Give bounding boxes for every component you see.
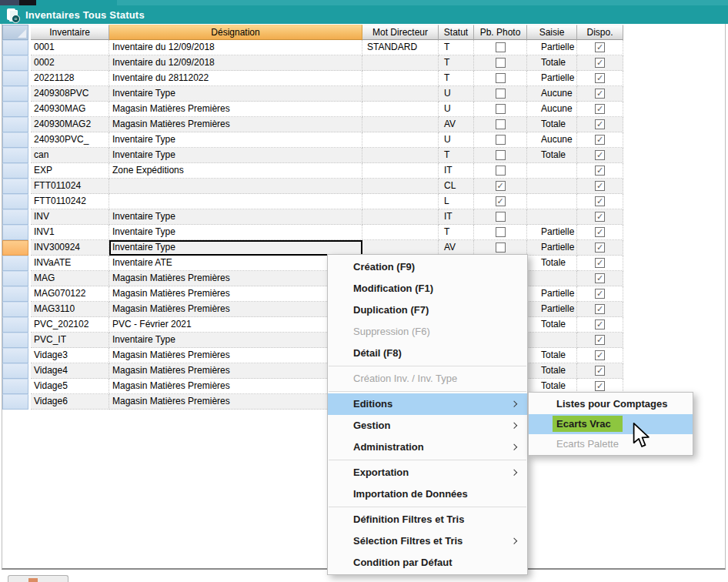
cell-designation[interactable]: Magasin Matières Premières [109, 271, 362, 286]
pb-photo-checkbox[interactable] [496, 181, 506, 191]
cell-dispo[interactable] [577, 102, 623, 117]
cell-dispo[interactable] [577, 225, 623, 240]
cell-mot-directeur[interactable] [362, 132, 439, 148]
pb-photo-checkbox[interactable] [496, 73, 506, 83]
cell-dispo[interactable] [577, 363, 623, 379]
cell-inventaire[interactable]: 20221128 [31, 71, 109, 86]
row-selector[interactable] [2, 271, 28, 286]
cell-saisie[interactable]: Totale [527, 363, 577, 379]
cell-designation[interactable]: Zone Expéditions [109, 163, 362, 179]
pb-photo-checkbox[interactable] [496, 135, 506, 145]
cell-statut[interactable]: AV [439, 117, 474, 132]
cell-inventaire[interactable]: MAG3110 [31, 302, 109, 317]
cell-saisie[interactable]: Totale [527, 117, 577, 132]
dispo-checkbox[interactable] [595, 366, 605, 376]
pb-photo-checkbox[interactable] [496, 104, 506, 114]
cell-designation[interactable]: Magasin Matières Premières [109, 394, 362, 410]
cell-inventaire[interactable]: INV300924 [31, 240, 109, 256]
cell-inventaire[interactable]: can [31, 148, 109, 163]
cell-designation[interactable] [109, 194, 362, 209]
cell-pb-photo[interactable] [474, 55, 527, 71]
cell-designation[interactable]: Magasin Matières Premières [109, 286, 362, 302]
cell-designation[interactable]: PVC - Février 2021 [109, 317, 362, 333]
column-header-dispo[interactable]: Dispo. [577, 25, 623, 40]
cell-designation[interactable]: Inventaire ATE [109, 256, 362, 271]
cell-pb-photo[interactable] [474, 209, 527, 225]
cell-pb-photo[interactable] [474, 117, 527, 132]
cell-saisie[interactable]: Partielle [527, 286, 577, 302]
cell-dispo[interactable] [577, 132, 623, 148]
row-selector[interactable] [2, 86, 28, 102]
cell-statut[interactable]: L [439, 194, 474, 209]
submenu-item-listes-pour-comptages[interactable]: Listes pour Comptages [529, 394, 693, 414]
row-selector[interactable] [2, 333, 28, 348]
cell-saisie[interactable]: Partielle [527, 240, 577, 256]
menu-item-selection-filtres-et-tris[interactable]: Sélection Filtres et Tris [328, 530, 527, 552]
cell-saisie[interactable]: Partielle [527, 40, 577, 55]
cell-statut[interactable]: CL [439, 179, 474, 194]
cell-designation[interactable]: Magasin Matières Premières [109, 348, 362, 363]
dispo-checkbox[interactable] [595, 242, 605, 253]
row-selector[interactable] [2, 363, 28, 379]
dispo-checkbox[interactable] [595, 212, 605, 222]
cell-inventaire[interactable]: Vidage6 [31, 394, 109, 410]
cell-pb-photo[interactable] [474, 194, 527, 209]
menu-item-exportation[interactable]: Exportation [328, 462, 527, 483]
dispo-checkbox[interactable] [595, 273, 605, 283]
row-selector[interactable] [2, 317, 28, 333]
cell-dispo[interactable] [577, 209, 623, 225]
menu-item-creation-f9[interactable]: Création (F9) [328, 256, 527, 278]
cell-mot-directeur[interactable]: STANDARD [362, 40, 439, 55]
cell-saisie[interactable]: Totale [527, 348, 577, 363]
row-selector[interactable] [2, 117, 28, 132]
menu-item-administration[interactable]: Administration [328, 436, 527, 458]
cell-mot-directeur[interactable] [362, 209, 439, 225]
cell-statut[interactable]: IT [439, 163, 474, 179]
column-header-saisie[interactable]: Saisie [527, 25, 577, 40]
cell-dispo[interactable] [577, 286, 623, 302]
menu-item-duplication-f7[interactable]: Duplication (F7) [328, 299, 527, 321]
menu-item-detail-f8[interactable]: Détail (F8) [328, 343, 527, 364]
menu-item-editions[interactable]: Editions [328, 393, 527, 415]
dispo-checkbox[interactable] [595, 196, 605, 206]
cell-designation[interactable]: Magasin Matières Premières [109, 117, 362, 132]
cell-dispo[interactable] [577, 302, 623, 317]
menu-item-definition-filtres-et-tris[interactable]: Définition Filtres et Tris [328, 509, 527, 530]
cell-dispo[interactable] [577, 71, 623, 86]
cell-inventaire[interactable]: Vidage3 [31, 348, 109, 363]
row-selector[interactable] [2, 256, 28, 271]
row-selector[interactable] [2, 225, 28, 240]
cell-pb-photo[interactable] [474, 71, 527, 86]
cell-designation[interactable]: Inventaire du 28112022 [109, 71, 362, 86]
dispo-checkbox[interactable] [595, 289, 605, 299]
cell-statut[interactable]: T [439, 40, 474, 55]
cell-mot-directeur[interactable] [362, 179, 439, 194]
menu-item-condition-par-defaut[interactable]: Condition par Défaut [328, 552, 527, 574]
cell-dispo[interactable] [577, 256, 623, 271]
cell-designation[interactable]: Inventaire Type [109, 148, 362, 163]
pb-photo-checkbox[interactable] [496, 150, 506, 160]
cell-statut[interactable]: T [439, 148, 474, 163]
dispo-checkbox[interactable] [595, 181, 605, 191]
column-header-designation[interactable]: Désignation [109, 25, 362, 40]
cell-pb-photo[interactable] [474, 102, 527, 117]
dispo-checkbox[interactable] [595, 104, 605, 114]
cell-designation[interactable]: Inventaire Type [109, 240, 362, 256]
cell-dispo[interactable] [577, 271, 623, 286]
cell-saisie[interactable]: Aucune [527, 132, 577, 148]
dispo-checkbox[interactable] [595, 135, 605, 145]
row-selector[interactable] [2, 163, 28, 179]
dispo-checkbox[interactable] [595, 319, 605, 329]
row-selector[interactable] [2, 348, 28, 363]
select-all-corner[interactable] [2, 25, 28, 40]
cell-inventaire[interactable]: INVaATE [31, 256, 109, 271]
cell-saisie[interactable] [527, 271, 577, 286]
column-header-inventaire[interactable]: Inventaire [31, 25, 109, 40]
pb-photo-checkbox[interactable] [496, 166, 506, 176]
dispo-checkbox[interactable] [595, 258, 605, 268]
cell-inventaire[interactable]: 240930MAG2 [31, 117, 109, 132]
column-header-statut[interactable]: Statut [439, 25, 474, 40]
cell-statut[interactable]: T [439, 55, 474, 71]
cell-inventaire[interactable]: 240930MAG [31, 102, 109, 117]
row-selector[interactable] [2, 102, 28, 117]
